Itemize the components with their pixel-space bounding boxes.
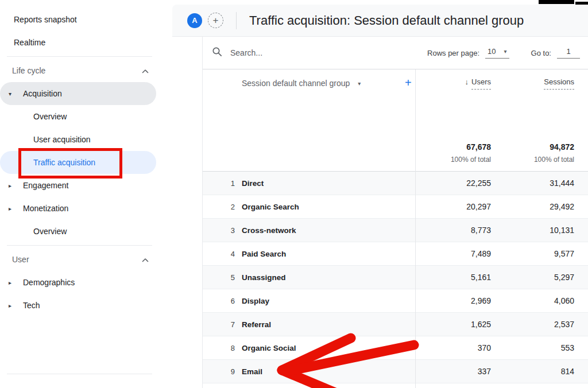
add-dimension-button[interactable]: + bbox=[405, 76, 412, 90]
section-title: User bbox=[12, 255, 29, 264]
totals-sessions-value: 94,872 bbox=[534, 142, 574, 152]
channel-name: Organic Social bbox=[242, 336, 296, 360]
row-index: 4 bbox=[223, 242, 235, 266]
sidebar-section-life-cycle[interactable]: Life cycle bbox=[0, 59, 171, 82]
users-value: 370 bbox=[478, 336, 491, 360]
channel-name: Paid Search bbox=[242, 242, 286, 266]
row-index: 8 bbox=[223, 336, 235, 360]
expand-right-icon: ▸ bbox=[7, 280, 23, 286]
table-row: 3 Cross-network 8,773 10,131 bbox=[203, 219, 588, 242]
report-sidebar: Reports snapshot Realtime Life cycle ▾ A… bbox=[0, 0, 171, 388]
column-divider bbox=[415, 69, 416, 388]
totals-sessions-percent: 100% of total bbox=[534, 156, 574, 164]
sidebar-item-monetization[interactable]: ▸ Monetization bbox=[0, 197, 171, 220]
table-row: 5 Unassigned 5,161 5,297 bbox=[203, 266, 588, 289]
column-label: Sessions bbox=[544, 77, 574, 90]
sidebar-item-label: Overview bbox=[33, 112, 67, 121]
totals-users-percent: 100% of total bbox=[451, 156, 491, 164]
sidebar-divider bbox=[7, 245, 152, 246]
sidebar-item-label: Demographics bbox=[23, 278, 75, 287]
users-value: 7,489 bbox=[471, 242, 491, 266]
search-input[interactable] bbox=[229, 48, 361, 58]
chevron-up-icon bbox=[142, 66, 149, 75]
users-value: 5,161 bbox=[471, 266, 491, 289]
go-to-page-control: Go to: 1 bbox=[531, 47, 580, 59]
screen-edge-artifact bbox=[539, 0, 574, 4]
sessions-value: 5,297 bbox=[554, 266, 574, 289]
sidebar-item-label: Overview bbox=[33, 227, 67, 236]
users-value: 8,773 bbox=[471, 219, 491, 242]
row-index: 1 bbox=[223, 172, 235, 195]
row-index: 6 bbox=[223, 289, 235, 313]
sidebar-item-tech[interactable]: ▸ Tech bbox=[0, 294, 171, 317]
sessions-value: 553 bbox=[561, 336, 574, 360]
dimension-label: Session default channel group bbox=[242, 79, 350, 88]
users-value: 1,625 bbox=[471, 313, 491, 336]
sessions-value: 31,444 bbox=[550, 172, 574, 195]
sessions-value: 9,577 bbox=[554, 242, 574, 266]
report-table-card: Rows per page: 10 ▾ Go to: 1 Session def… bbox=[202, 37, 588, 388]
sidebar-item-acquisition-overview[interactable]: Overview bbox=[0, 105, 171, 128]
table-header: Session default channel group ▾ + ↓ User… bbox=[203, 69, 588, 172]
column-header-sessions[interactable]: Sessions bbox=[544, 77, 574, 90]
sidebar-item-realtime[interactable]: Realtime bbox=[0, 31, 171, 54]
section-title: Life cycle bbox=[12, 66, 45, 75]
header-divider bbox=[236, 12, 237, 29]
column-header-users[interactable]: ↓ Users bbox=[465, 77, 491, 90]
sidebar-item-traffic-acquisition[interactable]: Traffic acquisition bbox=[0, 151, 156, 174]
sidebar-item-acquisition[interactable]: ▾ Acquisition bbox=[0, 82, 156, 105]
sessions-value: 2,537 bbox=[554, 313, 574, 336]
totals-users: 67,678 100% of total bbox=[451, 142, 491, 164]
channel-name: Cross-network bbox=[242, 219, 296, 242]
sessions-value: 814 bbox=[561, 360, 574, 383]
column-label: Users bbox=[471, 77, 491, 90]
sessions-value: 4,060 bbox=[554, 289, 574, 313]
report-header: A + Traffic acquisition: Session default… bbox=[172, 5, 588, 37]
sidebar-item-reports-snapshot[interactable]: Reports snapshot bbox=[0, 8, 171, 31]
users-value: 22,255 bbox=[466, 172, 491, 195]
table-row: 8 Organic Social 370 553 bbox=[203, 336, 588, 360]
dimension-selector[interactable]: Session default channel group ▾ bbox=[242, 79, 361, 88]
table-row: 7 Referral 1,625 2,537 bbox=[203, 313, 588, 336]
sidebar-item-engagement[interactable]: ▸ Engagement bbox=[0, 174, 171, 197]
plus-icon: + bbox=[405, 76, 412, 89]
channel-name: Referral bbox=[242, 313, 271, 336]
table-row: 9 Email 337 814 bbox=[203, 360, 588, 383]
row-index: 2 bbox=[223, 195, 235, 219]
rows-per-page-select[interactable]: 10 ▾ bbox=[485, 47, 509, 59]
users-value: 20,297 bbox=[466, 195, 491, 219]
chevron-down-icon: ▾ bbox=[358, 80, 361, 87]
sidebar-item-demographics[interactable]: ▸ Demographics bbox=[0, 271, 171, 294]
go-to-page-input[interactable]: 1 bbox=[557, 47, 580, 59]
sidebar-divider bbox=[7, 374, 152, 374]
sidebar-item-label: Monetization bbox=[23, 204, 68, 213]
page-title: Traffic acquisition: Session default cha… bbox=[249, 13, 524, 28]
search-icon bbox=[212, 46, 222, 59]
channel-name: Email bbox=[242, 360, 262, 383]
table-row: 2 Organic Search 20,297 29,492 bbox=[203, 195, 588, 219]
sidebar-item-label: Realtime bbox=[14, 38, 45, 47]
rows-per-page-label: Rows per page: bbox=[427, 49, 479, 57]
table-row: 1 Direct 22,255 31,444 bbox=[203, 172, 588, 195]
sidebar-item-monetization-overview[interactable]: Overview bbox=[0, 220, 171, 243]
channel-name: Direct bbox=[242, 172, 264, 195]
table-body: 1 Direct 22,255 31,444 2 Organic Search … bbox=[203, 172, 588, 383]
channel-name: Unassigned bbox=[242, 266, 286, 289]
add-comparison-button[interactable]: + bbox=[208, 13, 223, 28]
sidebar-item-label: User acquisition bbox=[33, 135, 91, 144]
sessions-value: 29,492 bbox=[550, 195, 574, 219]
avatar[interactable]: A bbox=[187, 13, 202, 28]
channel-name: Display bbox=[242, 289, 269, 313]
chevron-down-icon: ▾ bbox=[504, 48, 507, 55]
table-row: 6 Display 2,969 4,060 bbox=[203, 289, 588, 313]
users-value: 2,969 bbox=[471, 289, 491, 313]
screen-edge-artifact bbox=[575, 2, 588, 5]
sidebar-item-label: Traffic acquisition bbox=[33, 158, 95, 167]
expand-down-icon: ▾ bbox=[7, 91, 23, 97]
sidebar-item-user-acquisition[interactable]: User acquisition bbox=[0, 128, 171, 151]
channel-name: Organic Search bbox=[242, 195, 299, 219]
sidebar-item-label: Reports snapshot bbox=[14, 15, 77, 24]
avatar-letter: A bbox=[192, 16, 197, 25]
sidebar-section-user[interactable]: User bbox=[0, 248, 171, 271]
rows-per-page-control: Rows per page: 10 ▾ bbox=[427, 47, 509, 59]
